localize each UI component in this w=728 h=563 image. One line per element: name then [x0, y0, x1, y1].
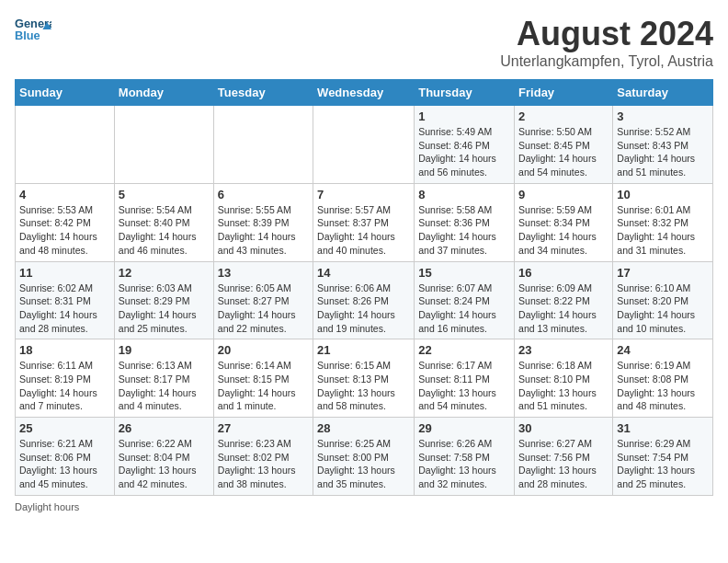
calendar-body: 1Sunrise: 5:49 AM Sunset: 8:46 PM Daylig… — [16, 106, 713, 496]
day-info: Sunrise: 6:07 AM Sunset: 8:24 PM Dayligh… — [418, 282, 510, 336]
svg-text:Blue: Blue — [15, 29, 40, 42]
day-number: 3 — [617, 109, 709, 123]
calendar-cell: 24Sunrise: 6:19 AM Sunset: 8:08 PM Dayli… — [613, 339, 713, 418]
day-info: Sunrise: 6:25 AM Sunset: 8:00 PM Dayligh… — [317, 437, 410, 491]
calendar-cell: 7Sunrise: 5:57 AM Sunset: 8:37 PM Daylig… — [313, 183, 415, 261]
day-number: 7 — [317, 188, 410, 201]
day-info: Sunrise: 6:09 AM Sunset: 8:22 PM Dayligh… — [518, 282, 609, 336]
day-number: 29 — [418, 421, 510, 435]
calendar-cell — [213, 106, 313, 184]
day-number: 8 — [418, 188, 510, 201]
day-number: 2 — [518, 109, 609, 123]
calendar-cell: 29Sunrise: 6:26 AM Sunset: 7:58 PM Dayli… — [415, 418, 515, 496]
calendar-cell: 10Sunrise: 6:01 AM Sunset: 8:32 PM Dayli… — [613, 183, 713, 261]
calendar-cell: 19Sunrise: 6:13 AM Sunset: 8:17 PM Dayli… — [114, 339, 213, 418]
day-number: 5 — [119, 188, 210, 201]
calendar-cell — [16, 106, 115, 184]
calendar-cell: 15Sunrise: 6:07 AM Sunset: 8:24 PM Dayli… — [415, 261, 515, 339]
day-info: Sunrise: 6:02 AM Sunset: 8:31 PM Dayligh… — [19, 282, 110, 336]
logo-icon: General Blue — [15, 15, 51, 44]
day-number: 10 — [617, 188, 709, 201]
day-info: Sunrise: 6:18 AM Sunset: 8:10 PM Dayligh… — [518, 359, 609, 413]
weekday-header: Friday — [515, 80, 613, 106]
day-info: Sunrise: 6:26 AM Sunset: 7:58 PM Dayligh… — [418, 437, 510, 491]
day-number: 21 — [317, 343, 410, 357]
day-info: Sunrise: 6:01 AM Sunset: 8:32 PM Dayligh… — [617, 203, 709, 258]
day-info: Sunrise: 5:52 AM Sunset: 8:43 PM Dayligh… — [617, 125, 709, 179]
calendar-cell: 14Sunrise: 6:06 AM Sunset: 8:26 PM Dayli… — [313, 261, 415, 339]
day-number: 19 — [119, 343, 210, 357]
day-info: Sunrise: 5:50 AM Sunset: 8:45 PM Dayligh… — [518, 125, 609, 179]
day-info: Sunrise: 6:10 AM Sunset: 8:20 PM Dayligh… — [617, 282, 709, 336]
day-info: Sunrise: 5:49 AM Sunset: 8:46 PM Dayligh… — [418, 125, 510, 179]
day-number: 1 — [418, 109, 510, 123]
calendar-week-row: 1Sunrise: 5:49 AM Sunset: 8:46 PM Daylig… — [16, 106, 713, 184]
calendar-cell: 13Sunrise: 6:05 AM Sunset: 8:27 PM Dayli… — [213, 261, 313, 339]
weekday-header: Wednesday — [313, 80, 415, 106]
calendar-header: SundayMondayTuesdayWednesdayThursdayFrid… — [16, 80, 713, 106]
day-info: Sunrise: 5:54 AM Sunset: 8:40 PM Dayligh… — [119, 203, 210, 258]
calendar-cell: 20Sunrise: 6:14 AM Sunset: 8:15 PM Dayli… — [213, 339, 313, 418]
page-title: August 2024 — [500, 15, 713, 53]
title-block: August 2024 Unterlangkampfen, Tyrol, Aus… — [500, 15, 713, 70]
day-number: 12 — [119, 266, 210, 280]
calendar-cell: 16Sunrise: 6:09 AM Sunset: 8:22 PM Dayli… — [515, 261, 613, 339]
calendar-table: SundayMondayTuesdayWednesdayThursdayFrid… — [15, 79, 713, 496]
day-info: Sunrise: 5:55 AM Sunset: 8:39 PM Dayligh… — [218, 203, 309, 258]
day-info: Sunrise: 6:23 AM Sunset: 8:02 PM Dayligh… — [218, 437, 309, 491]
calendar-cell: 3Sunrise: 5:52 AM Sunset: 8:43 PM Daylig… — [613, 106, 713, 184]
weekday-header: Sunday — [16, 80, 115, 106]
day-number: 9 — [518, 188, 609, 201]
day-info: Sunrise: 6:22 AM Sunset: 8:04 PM Dayligh… — [119, 437, 210, 491]
day-info: Sunrise: 6:21 AM Sunset: 8:06 PM Dayligh… — [19, 437, 110, 491]
weekday-header: Thursday — [415, 80, 515, 106]
calendar-cell — [313, 106, 415, 184]
day-number: 6 — [218, 188, 309, 201]
day-info: Sunrise: 6:05 AM Sunset: 8:27 PM Dayligh… — [218, 282, 309, 336]
calendar-cell: 31Sunrise: 6:29 AM Sunset: 7:54 PM Dayli… — [613, 418, 713, 496]
calendar-cell: 1Sunrise: 5:49 AM Sunset: 8:46 PM Daylig… — [415, 106, 515, 184]
day-info: Sunrise: 5:58 AM Sunset: 8:36 PM Dayligh… — [418, 203, 510, 258]
day-number: 16 — [518, 266, 609, 280]
day-number: 13 — [218, 266, 309, 280]
calendar-week-row: 18Sunrise: 6:11 AM Sunset: 8:19 PM Dayli… — [16, 339, 713, 418]
day-number: 28 — [317, 421, 410, 435]
day-info: Sunrise: 6:11 AM Sunset: 8:19 PM Dayligh… — [19, 359, 110, 413]
calendar-cell: 9Sunrise: 5:59 AM Sunset: 8:34 PM Daylig… — [515, 183, 613, 261]
day-number: 15 — [418, 266, 510, 280]
calendar-week-row: 25Sunrise: 6:21 AM Sunset: 8:06 PM Dayli… — [16, 418, 713, 496]
day-info: Sunrise: 6:13 AM Sunset: 8:17 PM Dayligh… — [119, 359, 210, 413]
day-info: Sunrise: 5:53 AM Sunset: 8:42 PM Dayligh… — [19, 203, 110, 258]
day-info: Sunrise: 6:06 AM Sunset: 8:26 PM Dayligh… — [317, 282, 410, 336]
day-number: 31 — [617, 421, 709, 435]
day-info: Sunrise: 6:14 AM Sunset: 8:15 PM Dayligh… — [218, 359, 309, 413]
calendar-cell: 12Sunrise: 6:03 AM Sunset: 8:29 PM Dayli… — [114, 261, 213, 339]
day-number: 4 — [19, 188, 110, 201]
day-number: 17 — [617, 266, 709, 280]
day-number: 11 — [19, 266, 110, 280]
page-subtitle: Unterlangkampfen, Tyrol, Austria — [500, 53, 713, 70]
calendar-cell: 21Sunrise: 6:15 AM Sunset: 8:13 PM Dayli… — [313, 339, 415, 418]
day-number: 24 — [617, 343, 709, 357]
day-number: 18 — [19, 343, 110, 357]
day-info: Sunrise: 5:59 AM Sunset: 8:34 PM Dayligh… — [518, 203, 609, 258]
calendar-cell: 8Sunrise: 5:58 AM Sunset: 8:36 PM Daylig… — [415, 183, 515, 261]
day-info: Sunrise: 6:15 AM Sunset: 8:13 PM Dayligh… — [317, 359, 410, 413]
day-number: 14 — [317, 266, 410, 280]
calendar-cell: 30Sunrise: 6:27 AM Sunset: 7:56 PM Dayli… — [515, 418, 613, 496]
calendar-cell — [114, 106, 213, 184]
day-number: 20 — [218, 343, 309, 357]
calendar-cell: 2Sunrise: 5:50 AM Sunset: 8:45 PM Daylig… — [515, 106, 613, 184]
day-info: Sunrise: 6:03 AM Sunset: 8:29 PM Dayligh… — [119, 282, 210, 336]
calendar-week-row: 11Sunrise: 6:02 AM Sunset: 8:31 PM Dayli… — [16, 261, 713, 339]
weekday-header: Tuesday — [213, 80, 313, 106]
calendar-cell: 6Sunrise: 5:55 AM Sunset: 8:39 PM Daylig… — [213, 183, 313, 261]
day-number: 23 — [518, 343, 609, 357]
calendar-week-row: 4Sunrise: 5:53 AM Sunset: 8:42 PM Daylig… — [16, 183, 713, 261]
logo: General Blue — [15, 15, 51, 44]
day-info: Sunrise: 6:29 AM Sunset: 7:54 PM Dayligh… — [617, 437, 709, 491]
day-number: 30 — [518, 421, 609, 435]
calendar-cell: 28Sunrise: 6:25 AM Sunset: 8:00 PM Dayli… — [313, 418, 415, 496]
calendar-cell: 4Sunrise: 5:53 AM Sunset: 8:42 PM Daylig… — [16, 183, 115, 261]
calendar-cell: 18Sunrise: 6:11 AM Sunset: 8:19 PM Dayli… — [16, 339, 115, 418]
